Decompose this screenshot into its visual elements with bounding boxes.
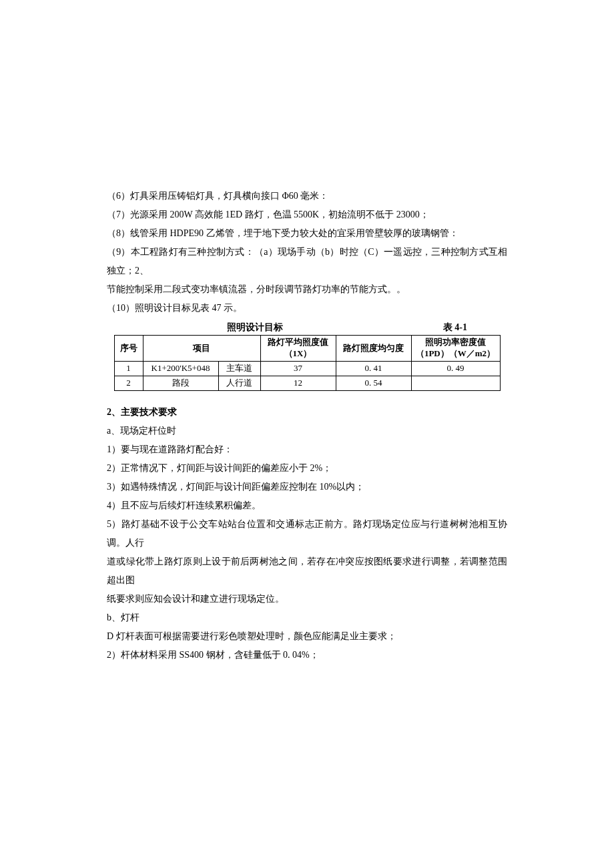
- subsection-b-label: b、灯杆: [107, 608, 507, 627]
- section-2-heading: 2、主要技术要求: [107, 403, 507, 422]
- item-a3: 3）如遇特殊情况，灯间距与设计间距偏差应控制在 10%以内；: [107, 478, 507, 496]
- header-power: 照明功率密度值 （1PD）（W／m2）: [411, 336, 500, 362]
- header-avg-unit: （1X）: [265, 348, 332, 360]
- item-b1: D 灯杆表面可根据需要进行彩色喷塑处理时，颜色应能满足业主要求；: [107, 627, 507, 646]
- cell-project-a: 路段: [143, 376, 218, 391]
- paragraph-10: （10）照明设计目标见表 47 示。: [107, 299, 507, 318]
- table-number: 表 4-1: [443, 320, 467, 335]
- table-header-row: 序号 项目 路灯平均照度值 （1X） 路灯照度均匀度 照明功率密度值 （1PD）…: [114, 336, 500, 362]
- table-row: 2 路段 人行道 12 0. 54: [114, 376, 500, 391]
- cell-avg: 37: [260, 362, 336, 376]
- item-a5-line1: 5）路灯基础不设于公交车站站台位置和交通标志正前方。路灯现场定位应与行道树树池相…: [107, 515, 507, 552]
- cell-project-a: K1+200'K5+048: [143, 362, 218, 376]
- header-avg: 路灯平均照度值 （1X）: [260, 336, 336, 362]
- paragraph-8: （8）线管采用 HDPE90 乙烯管，埋于地下受力较大处的宜采用管壁较厚的玻璃钢…: [107, 224, 507, 243]
- cell-power: 0. 49: [411, 362, 500, 376]
- item-a5-line3: 纸要求则应知会设计和建立进行现场定位。: [107, 590, 507, 608]
- paragraph-9-line1: （9）本工程路灯有三种控制方式：（a）现场手动（b）时控（C）一遥远控，三种控制…: [107, 243, 507, 280]
- cell-uniformity: 0. 41: [336, 362, 411, 376]
- table-title-row: 照明设计目标 表 4-1: [107, 320, 507, 335]
- cell-seq: 2: [114, 376, 143, 391]
- cell-project-b: 人行道: [218, 376, 260, 391]
- cell-avg: 12: [260, 376, 336, 391]
- item-a4: 4）且不应与后续灯杆连续累积偏差。: [107, 496, 507, 515]
- table-row: 1 K1+200'K5+048 主车道 37 0. 41 0. 49: [114, 362, 500, 376]
- table-title: 照明设计目标: [227, 320, 283, 335]
- lighting-design-table: 序号 项目 路灯平均照度值 （1X） 路灯照度均匀度 照明功率密度值 （1PD）…: [114, 335, 501, 391]
- header-project: 项目: [143, 336, 260, 362]
- document-page: （6）灯具采用压铸铝灯具，灯具横向接口 Φ60 毫米： （7）光源采用 200W…: [0, 0, 614, 691]
- cell-uniformity: 0. 54: [336, 376, 411, 391]
- cell-power: [411, 376, 500, 391]
- paragraph-6: （6）灯具采用压铸铝灯具，灯具横向接口 Φ60 毫米：: [107, 187, 507, 205]
- item-a5-line2: 道或绿化带上路灯原则上设于前后两树池之间，若存在冲突应按图纸要求进行调整，若调整…: [107, 552, 507, 590]
- subsection-a-label: a、现场定杆位时: [107, 422, 507, 440]
- item-a1: 1）要与现在道路路灯配合好：: [107, 440, 507, 459]
- paragraph-7: （7）光源采用 200W 高效能 1ED 路灯，色温 5500K，初始流明不低于…: [107, 205, 507, 224]
- header-power-label: 照明功率密度值: [416, 337, 496, 348]
- item-b2: 2）杆体材料采用 SS400 钢材，含硅量低于 0. 04%；: [107, 646, 507, 665]
- header-avg-label: 路灯平均照度值: [265, 337, 332, 348]
- paragraph-9-line2: 节能控制采用二段式变功率镇流器，分时段调节路灯功率的节能方式。。: [107, 280, 507, 299]
- cell-project-b: 主车道: [218, 362, 260, 376]
- cell-seq: 1: [114, 362, 143, 376]
- header-power-unit: （1PD）（W／m2）: [416, 348, 496, 360]
- item-a2: 2）正常情况下，灯间距与设计间距的偏差应小于 2%；: [107, 459, 507, 478]
- header-seq: 序号: [114, 336, 143, 362]
- header-uniformity: 路灯照度均匀度: [336, 336, 411, 362]
